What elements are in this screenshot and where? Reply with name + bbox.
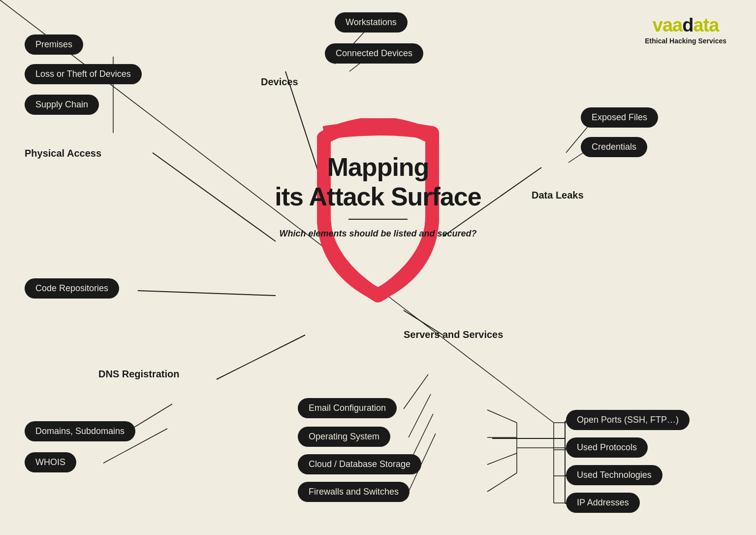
supply-chain-pill: Supply Chain — [25, 95, 99, 115]
subtitle-text: Which elements should be listed and secu… — [275, 229, 481, 239]
email-config-pill: Email Configuration — [298, 398, 397, 418]
title-divider — [348, 219, 408, 220]
center-title-block: Mapping its Attack Surface Which element… — [275, 153, 481, 239]
cloud-database-pill: Cloud / Database Storage — [298, 454, 421, 474]
svg-line-13 — [404, 374, 428, 409]
data-leaks-label: Data Leaks — [532, 190, 584, 201]
svg-line-32 — [487, 453, 517, 465]
firewalls-switches-pill: Firewalls and Switches — [298, 482, 410, 502]
svg-line-33 — [487, 473, 517, 492]
logo-text: vaadata — [645, 15, 726, 36]
used-protocols-pill: Used Protocols — [566, 437, 648, 458]
used-technologies-pill: Used Technologies — [566, 465, 662, 485]
loss-theft-pill: Loss or Theft of Devices — [25, 64, 142, 84]
svg-line-0 — [153, 153, 276, 241]
operating-system-pill: Operating System — [298, 427, 390, 447]
connected-devices-pill: Connected Devices — [325, 43, 423, 64]
exposed-files-pill: Exposed Files — [581, 107, 658, 128]
workstations-pill: Workstations — [335, 12, 408, 33]
dns-registration-label: DNS Registration — [98, 368, 179, 380]
domains-subdomains-pill: Domains, Subdomains — [25, 421, 135, 441]
whois-pill: WHOIS — [25, 452, 76, 472]
physical-access-label: Physical Access — [25, 148, 101, 159]
logo-tagline: Ethical Hacking Services — [645, 37, 726, 45]
code-repositories-pill: Code Repositories — [25, 278, 119, 299]
main-title: Mapping its Attack Surface — [275, 153, 481, 212]
credentials-pill: Credentials — [581, 137, 647, 157]
svg-line-9 — [217, 335, 305, 379]
ip-addresses-pill: IP Addresses — [566, 493, 640, 513]
logo: vaadata Ethical Hacking Services — [645, 15, 726, 45]
servers-services-label: Servers and Services — [404, 329, 503, 340]
premises-pill: Premises — [25, 34, 83, 55]
svg-line-8 — [138, 291, 276, 296]
open-ports-pill: Open Ports (SSH, FTP…) — [566, 410, 690, 430]
devices-label: Devices — [261, 76, 298, 88]
svg-line-30 — [487, 410, 517, 423]
svg-line-14 — [409, 394, 431, 437]
